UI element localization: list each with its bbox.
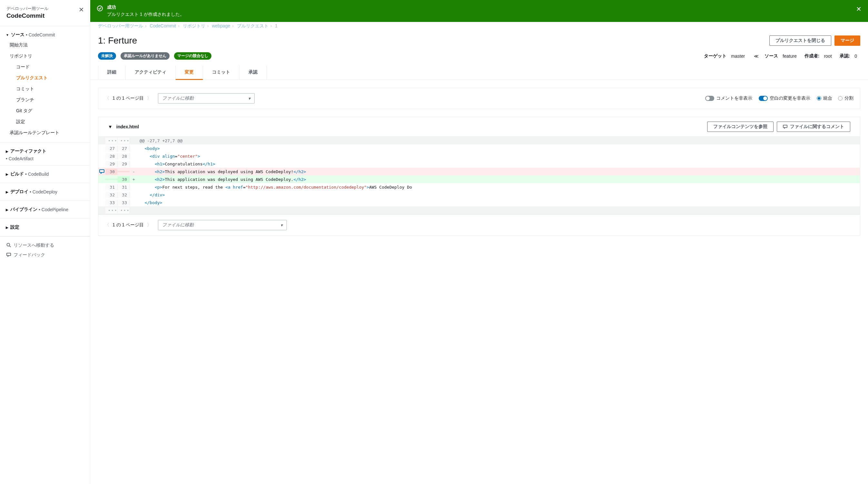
svg-rect-2 — [7, 253, 11, 255]
line-no-new: 27 — [118, 145, 130, 152]
prev-page-icon[interactable]: 〈 — [105, 222, 109, 228]
diff-code: <h1>Congratulations</h1> — [137, 161, 860, 167]
tab-activity[interactable]: アクティビティ — [126, 65, 176, 80]
nav-item-getting-started[interactable]: 開始方法 — [0, 40, 90, 51]
svg-point-0 — [7, 243, 10, 246]
sidebar: ✕ デベロッパー用ツール CodeCommit ▼ ソース • CodeComm… — [0, 0, 90, 484]
file-comment-button[interactable]: ファイルに関するコメント — [777, 122, 850, 132]
radio-checked-icon — [817, 96, 821, 100]
diff-line[interactable]: 33 33 </body> — [98, 199, 860, 206]
diff-line[interactable]: 29 29 <h1>Congratulations</h1> — [98, 160, 860, 168]
banner-message: プルリクエスト 1 が作成されました。 — [107, 11, 184, 18]
file-jump-select-bottom[interactable]: ファイルに移動 ▾ — [158, 220, 287, 230]
banner-title: 成功 — [107, 4, 184, 10]
diff-panel: ▼ index.html ファイルコンテンツを参照 ファイルに関するコメント •… — [98, 117, 860, 214]
diff-code: <div align="center"> — [137, 153, 860, 159]
feedback-link[interactable]: フィードバック — [6, 250, 84, 260]
breadcrumb-item[interactable]: リポジトリ — [183, 23, 205, 28]
chevron-right-icon: ▶ — [6, 150, 8, 153]
comment-icon — [6, 252, 13, 258]
diff-line[interactable]: 31 31 <p>For next steps, read the <a hre… — [98, 183, 860, 191]
nav-heading-pipeline[interactable]: ▶ パイプライン • CodePipeline — [0, 205, 90, 214]
diff-line[interactable]: 30 - <h2>This application was deployed u… — [98, 168, 860, 175]
next-page-icon[interactable]: 〉 — [147, 222, 152, 228]
nav-item-code[interactable]: コード — [0, 62, 90, 72]
nav-heading-settings[interactable]: ▶ 設定 — [0, 222, 90, 232]
close-icon[interactable]: ✕ — [79, 6, 84, 13]
page-title: 1: Ferture — [98, 35, 137, 46]
diff-line[interactable]: 28 28 <div align="center"> — [98, 152, 860, 160]
arrow-left-icon: ≪ — [754, 54, 759, 59]
prev-page-icon[interactable]: 〈 — [105, 95, 109, 101]
line-no-new: 33 — [118, 200, 130, 206]
merge-button[interactable]: マージ — [835, 35, 860, 46]
nav-item-git-tags[interactable]: Git タグ — [0, 105, 90, 116]
nav-item-pull-requests[interactable]: プルリクエスト — [0, 72, 90, 84]
breadcrumb-item[interactable]: CodeCommit — [150, 23, 176, 28]
breadcrumb-item[interactable]: webpage — [212, 23, 230, 28]
pager-bottom: 〈 1 の 1 ページ目 〉 — [105, 222, 152, 228]
nav-item-settings-repo[interactable]: 設定 — [0, 116, 90, 127]
chevron-down-icon: ▼ — [6, 33, 9, 37]
svg-rect-4 — [783, 125, 787, 128]
search-icon — [6, 243, 13, 248]
nav-heading-build[interactable]: ▶ ビルド • CodeBuild — [0, 169, 90, 179]
nav-heading-artifacts[interactable]: ▶ アーティファクト — [0, 146, 90, 156]
diff-line[interactable]: 32 32 </div> — [98, 191, 860, 199]
breadcrumb-item[interactable]: プルリクエスト — [237, 23, 269, 28]
author-label: 作成者: — [805, 53, 820, 59]
approval-value: 0 — [855, 54, 857, 59]
chevron-right-icon: ▶ — [6, 173, 8, 176]
banner-close-icon[interactable]: ✕ — [856, 5, 862, 13]
view-file-button[interactable]: ファイルコンテンツを参照 — [707, 122, 774, 132]
diff-line[interactable]: 27 27 <body> — [98, 145, 860, 152]
tab-approval[interactable]: 承認 — [240, 65, 267, 80]
diff-code: </body> — [137, 200, 860, 206]
comment-icon[interactable] — [98, 169, 105, 174]
line-no-old: 28 — [105, 153, 118, 159]
line-no-new: 32 — [118, 192, 130, 198]
status-approval-badge: 承認ルールがありません — [121, 52, 169, 60]
file-jump-select[interactable]: ファイルに移動 ▾ — [158, 93, 255, 103]
nav-heading-source[interactable]: ▼ ソース • CodeCommit — [0, 30, 90, 40]
source-label: ソース — [765, 53, 778, 59]
nav-item-commits[interactable]: コミット — [0, 84, 90, 94]
toggle-off-icon — [705, 96, 714, 101]
nav-item-branches[interactable]: ブランチ — [0, 94, 90, 105]
line-no-new: 28 — [118, 153, 130, 159]
line-no-old: 31 — [105, 184, 118, 190]
breadcrumb-item[interactable]: デベロッパー用ツール — [98, 23, 143, 28]
next-page-icon[interactable]: 〉 — [147, 95, 152, 101]
radio-split[interactable]: 分割 — [838, 95, 854, 101]
tabs: 詳細 アクティビティ 変更 コミット 承認 — [90, 65, 868, 80]
hide-whitespace-toggle[interactable]: 空白の変更を非表示 — [759, 95, 810, 101]
diff-code: <p>For next steps, read the <a href="htt… — [137, 184, 860, 190]
goto-resource-link[interactable]: リソースへ移動する — [6, 241, 84, 250]
line-no-old: 27 — [105, 145, 118, 152]
tab-detail[interactable]: 詳細 — [98, 65, 126, 80]
svg-line-1 — [10, 246, 11, 247]
collapse-file-icon[interactable]: ▼ — [108, 124, 113, 129]
diff-line[interactable]: 30 + <h2>This application was deployed u… — [98, 175, 860, 183]
close-pr-button[interactable]: プルリクエストを閉じる — [769, 35, 831, 46]
nav-heading-deploy[interactable]: ▶ デプロイ • CodeDeploy — [0, 187, 90, 197]
pager-text: 1 の 1 ページ目 — [113, 222, 144, 228]
line-no-new: 31 — [118, 184, 130, 190]
success-icon — [97, 5, 103, 12]
radio-unchecked-icon — [838, 96, 842, 100]
nav-item-approval-templates[interactable]: 承認ルールテンプレート — [0, 127, 90, 138]
breadcrumb: デベロッパー用ツール› CodeCommit› リポジトリ› webpage› … — [90, 22, 868, 29]
tab-commit[interactable]: コミット — [203, 65, 240, 80]
diff-sign: - — [130, 169, 137, 174]
hide-comments-toggle[interactable]: コメントを非表示 — [705, 95, 752, 101]
nav-item-repositories[interactable]: リポジトリ — [0, 51, 90, 62]
artifact-service: • CodeArtifact — [0, 156, 90, 161]
diff-code: </div> — [137, 192, 860, 198]
sidebar-subtitle: デベロッパー用ツール — [6, 6, 84, 11]
radio-unified[interactable]: 統合 — [817, 95, 832, 101]
tab-changes[interactable]: 変更 — [176, 65, 203, 80]
diff-code: <h2>This application was deployed using … — [137, 176, 860, 182]
line-no-new: 30 — [118, 176, 130, 182]
diff-sign: + — [130, 177, 137, 182]
line-no-new: 29 — [118, 161, 130, 167]
